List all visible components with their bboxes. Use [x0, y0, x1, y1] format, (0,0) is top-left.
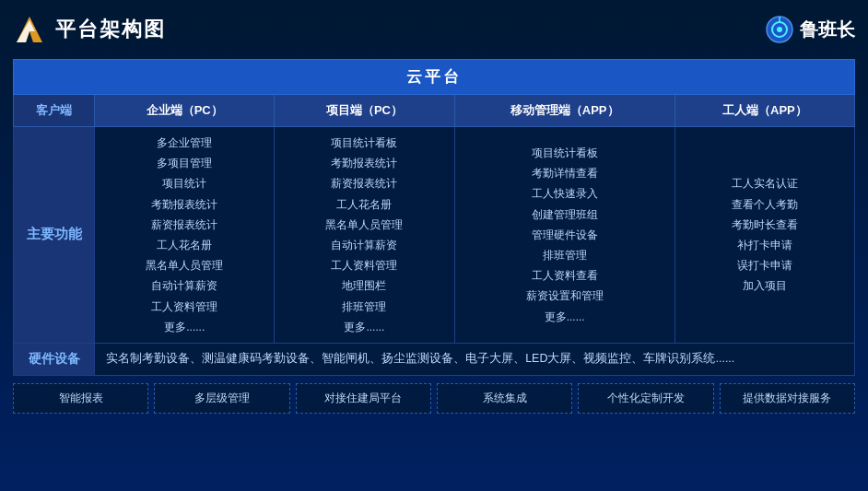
col-worker-header: 工人端（APP） — [674, 95, 854, 127]
list-item: 薪资报表统计 — [102, 215, 266, 235]
list-item: 工人花名册 — [282, 194, 446, 215]
list-item: 地理围栏 — [282, 275, 446, 296]
list-item: 加入项目 — [683, 275, 847, 296]
project-funcs: 项目统计看板考勤报表统计薪资报表统计工人花名册黑名单人员管理自动计算薪资工人资料… — [275, 127, 454, 344]
list-item: 管理硬件设备 — [463, 225, 667, 245]
list-item: 多企业管理 — [102, 133, 266, 153]
list-item: 黑名单人员管理 — [102, 255, 266, 275]
brand-icon — [765, 15, 794, 44]
header: 平台架构图 鲁班长 — [13, 9, 855, 50]
list-item: 排班管理 — [463, 245, 667, 265]
list-item: 自动计算薪资 — [282, 235, 446, 255]
list-item: 查看个人考勤 — [683, 194, 847, 215]
features-row: 智能报表多层级管理对接住建局平台系统集成个性化定制开发提供数据对接服务 — [13, 383, 855, 414]
list-item: 更多...... — [463, 307, 667, 327]
arch-table: 云平台 客户端 企业端（PC） 项目端（PC） 移动管理端（APP） 工人端（A… — [13, 59, 855, 376]
feature-box: 多层级管理 — [154, 383, 289, 414]
list-item: 考勤详情查看 — [463, 163, 667, 183]
list-item: 排班管理 — [282, 297, 446, 317]
list-item: 更多...... — [102, 317, 266, 337]
list-item: 工人快速录入 — [463, 183, 667, 204]
hardware-content: 实名制考勤设备、测温健康码考勤设备、智能闸机、扬尘监测设备、电子大屏、LED大屏… — [95, 343, 855, 375]
list-item: 更多...... — [282, 317, 446, 337]
list-item: 工人实名认证 — [683, 173, 847, 193]
list-item: 工人资料查看 — [463, 265, 667, 286]
list-item: 薪资报表统计 — [282, 173, 446, 193]
list-item: 项目统计看板 — [282, 133, 446, 153]
list-item: 创建管理班组 — [463, 205, 667, 225]
feature-box: 对接住建局平台 — [296, 383, 431, 414]
feature-box: 系统集成 — [437, 383, 572, 414]
list-item: 工人资料管理 — [102, 297, 266, 317]
list-item: 工人花名册 — [102, 235, 266, 255]
list-item: 考勤时长查看 — [683, 215, 847, 235]
cloud-label: 云平台 — [14, 60, 855, 95]
page-wrapper: 平台架构图 鲁班长 云平台 客户端 企业端（PC） 项目端（PC） 移动管理端（… — [0, 0, 868, 491]
header-left: 平台架构图 — [13, 13, 166, 46]
col-client-header: 客户端 — [14, 95, 95, 127]
list-item: 自动计算薪资 — [102, 275, 266, 296]
list-item: 项目统计看板 — [463, 143, 667, 163]
col-header-row: 客户端 企业端（PC） 项目端（PC） 移动管理端（APP） 工人端（APP） — [14, 95, 855, 127]
enterprise-funcs: 多企业管理多项目管理项目统计考勤报表统计薪资报表统计工人花名册黑名单人员管理自动… — [95, 127, 275, 344]
svg-point-4 — [777, 27, 782, 32]
list-item: 误打卡申请 — [683, 255, 847, 275]
col-mobile-header: 移动管理端（APP） — [454, 95, 674, 127]
brand-logo: 鲁班长 — [765, 15, 855, 44]
list-item: 多项目管理 — [102, 153, 266, 173]
feature-box: 个性化定制开发 — [578, 383, 713, 414]
main-func-label: 主要功能 — [14, 127, 95, 344]
header-title: 平台架构图 — [55, 16, 166, 43]
col-enterprise-header: 企业端（PC） — [95, 95, 275, 127]
hardware-label: 硬件设备 — [14, 343, 95, 375]
cloud-row: 云平台 — [14, 60, 855, 95]
main-content-row: 主要功能 多企业管理多项目管理项目统计考勤报表统计薪资报表统计工人花名册黑名单人… — [14, 127, 855, 344]
feature-box: 智能报表 — [13, 383, 148, 414]
mobile-funcs: 项目统计看板考勤详情查看工人快速录入创建管理班组管理硬件设备排班管理工人资料查看… — [454, 127, 674, 344]
list-item: 项目统计 — [102, 173, 266, 193]
logo-icon — [13, 13, 46, 46]
list-item: 考勤报表统计 — [102, 194, 266, 215]
list-item: 薪资设置和管理 — [463, 286, 667, 306]
list-item: 黑名单人员管理 — [282, 215, 446, 235]
feature-box: 提供数据对接服务 — [720, 383, 855, 414]
hardware-row: 硬件设备 实名制考勤设备、测温健康码考勤设备、智能闸机、扬尘监测设备、电子大屏、… — [14, 343, 855, 375]
list-item: 工人资料管理 — [282, 255, 446, 275]
col-project-header: 项目端（PC） — [275, 95, 454, 127]
list-item: 考勤报表统计 — [282, 153, 446, 173]
worker-funcs: 工人实名认证查看个人考勤考勤时长查看补打卡申请误打卡申请加入项目 — [674, 127, 854, 344]
brand-name: 鲁班长 — [800, 18, 855, 42]
list-item: 补打卡申请 — [683, 235, 847, 255]
